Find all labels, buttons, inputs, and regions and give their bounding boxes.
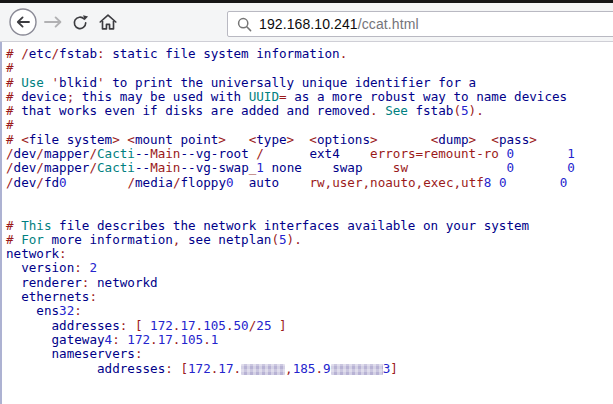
code-segment: ; (67, 89, 82, 104)
code-segment: 185 (293, 361, 316, 376)
code-segment: renderer (6, 275, 82, 290)
code-segment: > < (370, 132, 438, 147)
search-icon (237, 17, 252, 32)
url-domain: 192.168.10.241 (259, 16, 358, 32)
code-segment: : (74, 303, 82, 318)
code-segment: 17 (218, 361, 233, 376)
code-segment: --vg-swap (180, 160, 248, 175)
code-segment (514, 160, 567, 175)
code-segment: / (89, 160, 97, 175)
code-segment: : [ (165, 361, 188, 376)
code-line: addresses: [172.17.,185.93] (6, 362, 613, 376)
code-segment: gateway (6, 332, 105, 347)
code-segment: ] (279, 318, 287, 333)
code-segment: pass (499, 132, 529, 147)
code-segment: that works even if disks are added and r… (21, 103, 370, 118)
code-segment: ( (271, 232, 279, 247)
code-segment: etc (29, 46, 52, 61)
code-segment: : (89, 289, 97, 304)
code-segment: > < (469, 132, 499, 147)
code-segment: sw (393, 160, 408, 175)
code-segment: this may be used with (82, 89, 249, 104)
code-segment: : (74, 260, 89, 275)
code-segment: / (6, 160, 14, 175)
code-segment: 105 (203, 318, 226, 333)
code-segment: auto (234, 175, 310, 190)
code-segment: For (21, 232, 44, 247)
code-segment: mapper (44, 160, 90, 175)
code-segment: # < (6, 132, 29, 147)
code-segment: . (340, 46, 348, 61)
code-segment: 0 (59, 175, 67, 190)
url-text: 192.168.10.241/ccat.html (259, 16, 419, 32)
code-segment: 172 (127, 332, 150, 347)
back-button[interactable] (6, 3, 40, 41)
code-line: version: 2 (6, 261, 613, 275)
code-segment: . (370, 103, 385, 118)
code-segment: addresses (6, 361, 165, 376)
code-line: nameservers: (6, 347, 613, 361)
code-segment: # (6, 89, 21, 104)
code-segment: , (285, 361, 293, 376)
code-segment: type (256, 132, 286, 147)
code-segment: dev (14, 175, 37, 190)
code-line: # device; this may be used with UUID= as… (6, 90, 613, 104)
code-segment: . (203, 332, 211, 347)
code-segment: static file system information (112, 46, 339, 61)
code-segment: -- (135, 160, 150, 175)
code-segment (514, 146, 567, 161)
code-segment: . (226, 318, 234, 333)
url-bar[interactable]: 192.168.10.241/ccat.html (227, 11, 613, 37)
code-segment: 32 (59, 303, 74, 318)
code-segment: . (234, 361, 242, 376)
code-segment: networkd (97, 275, 158, 290)
code-segment: 0 (507, 146, 515, 161)
code-segment: ). (287, 232, 302, 247)
code-segment: ens (6, 303, 59, 318)
code-segment: ext4 (264, 146, 370, 161)
code-segment: 17 (158, 332, 173, 347)
code-segment: ' (97, 75, 112, 90)
code-segment: # / (6, 46, 29, 61)
code-segment: ' (44, 75, 59, 90)
code-segment: file system (29, 132, 112, 147)
code-segment: = (279, 89, 287, 104)
code-segment: > < (218, 132, 256, 147)
code-segment: --vg-root (180, 146, 256, 161)
code-segment: / (89, 146, 97, 161)
code-segment: # (6, 117, 14, 132)
home-button[interactable] (94, 3, 122, 41)
code-segment: network (6, 246, 59, 261)
code-segment: file describes the network interfaces av… (52, 218, 530, 233)
code-segment: fstab (408, 103, 454, 118)
code-segment: > < (112, 132, 135, 147)
code-line: network: (6, 247, 613, 261)
code-segment: ( (453, 103, 461, 118)
code-segment (271, 318, 279, 333)
code-line: # Use 'blkid' to print the universally u… (6, 76, 613, 90)
code-segment: / (36, 175, 44, 190)
code-line: # (6, 61, 613, 75)
reload-button[interactable] (66, 3, 94, 41)
code-segment: fstab (59, 46, 97, 61)
code-segment: none swap (264, 160, 393, 175)
code-segment: . (315, 361, 323, 376)
code-segment: 105 (180, 332, 203, 347)
code-line: /dev/mapper/Cacti--Main--vg-root / ext4 … (6, 147, 613, 161)
code-segment: # (6, 75, 21, 90)
code-segment: see netplan (188, 232, 271, 247)
code-segment: # (6, 218, 21, 233)
code-segment: as a more robust way to name devices (287, 89, 568, 104)
code-segment: 9 (323, 361, 331, 376)
code-segment: Main (150, 146, 180, 161)
code-line: /dev/mapper/Cacti--Main--vg-swap_1 none … (6, 161, 613, 175)
code-segment: Cacti (97, 146, 135, 161)
code-segment: 172 (188, 361, 211, 376)
code-segment: / (36, 146, 44, 161)
code-line: ethernets: (6, 290, 613, 304)
forward-button[interactable] (40, 3, 66, 41)
code-line: /dev/fd0 /media/floppy0 auto rw,user,noa… (6, 176, 613, 190)
forward-icon (42, 11, 64, 33)
code-line: ens32: (6, 304, 613, 318)
code-segment: 1 (211, 332, 219, 347)
